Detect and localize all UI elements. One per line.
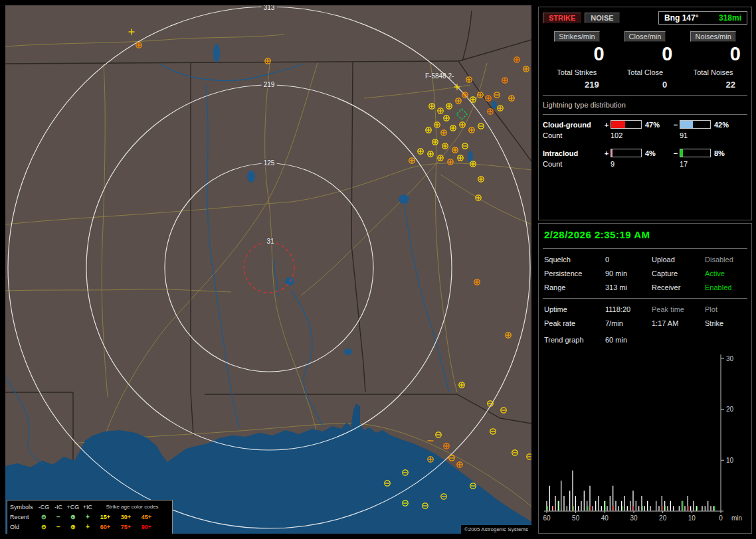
legend-age-header: Strike age color codes: [95, 504, 169, 510]
strike-mode-button[interactable]: STRIKE: [543, 13, 581, 23]
peak-time-value: 1:17 AM: [652, 319, 705, 327]
cloud-ground-label: Cloud-ground: [543, 121, 603, 129]
recent-neg-cg-icon: ⊖: [37, 513, 51, 520]
mode-header-row: STRIKE NOISE Bng 147° 318mi: [543, 11, 747, 25]
ring-label-31: 31: [264, 238, 276, 245]
svg-text:30: 30: [726, 355, 734, 362]
capture-label: Capture: [652, 270, 705, 277]
legend-header-row: Symbols -CG -IC +CG +IC Strike age color…: [10, 502, 169, 512]
recent-pos-ic-icon: +: [80, 513, 95, 520]
range-label: Range: [544, 283, 605, 291]
uptime-value: 1118:20: [605, 305, 652, 313]
total-noises-label: Total Noises: [679, 68, 747, 76]
squelch-value: 0: [605, 256, 652, 264]
cg-minus-percent: 42%: [714, 121, 741, 129]
noise-mode-button[interactable]: NOISE: [585, 13, 619, 23]
receiver-status: Enabled: [705, 283, 749, 291]
capture-status: Active: [705, 270, 749, 277]
control-panel: STRIKE NOISE Bng 147° 318mi Strikes/min …: [538, 5, 752, 534]
divider: [543, 114, 747, 115]
strikes-per-min-value: 0: [543, 44, 611, 64]
status-box: 2/28/2026 2:35:19 AM Squelch 0 Upload Di…: [538, 223, 752, 534]
total-close-label: Total Close: [611, 68, 680, 76]
svg-text:0: 0: [719, 514, 723, 522]
upload-status: Disabled: [705, 256, 749, 264]
noises-per-min-counter: Noises/min 0: [679, 31, 747, 64]
peak-rate-label: Peak rate: [544, 319, 605, 327]
storm-cell-label: F-5848 2-: [425, 72, 454, 80]
divider: [543, 248, 747, 249]
ic-minus-bar: [680, 149, 711, 157]
recent-pos-cg-icon: ⊕: [66, 513, 80, 520]
ic-plus-count: 9: [611, 160, 672, 168]
ic-minus-percent: 8%: [714, 149, 741, 157]
bearing-range: 318mi: [719, 13, 741, 23]
legend-col-neg-cg: -CG: [37, 504, 51, 510]
ring-label-125: 125: [262, 159, 277, 167]
cg-plus-bar: [611, 120, 642, 129]
legend-col-pos-ic: +IC: [80, 504, 95, 510]
status-grid: Uptime 1118:20 Peak time Plot Peak rate …: [543, 304, 747, 329]
legend-old-row: Old ⊖ − ⊕ + 60+ 75+ 90+: [10, 522, 169, 532]
close-per-min-button[interactable]: Close/min: [624, 31, 666, 42]
plot-label: Plot: [705, 305, 749, 313]
strikes-per-min-button[interactable]: Strikes/min: [554, 31, 599, 42]
legend-recent-row: Recent ⊖ − ⊕ + 15+ 30+ 45+: [10, 512, 169, 522]
settings-grid: Squelch 0 Upload Disabled Persistence 90…: [543, 254, 747, 293]
ic-plus-percent: 4%: [645, 149, 672, 157]
svg-text:min: min: [731, 514, 742, 522]
trend-graph-window: 60 min: [605, 336, 652, 344]
old-pos-ic-icon: +: [80, 523, 95, 530]
age-code-75: 75+: [116, 524, 136, 530]
uptime-label: Uptime: [544, 305, 605, 313]
cg-minus-count: 91: [680, 131, 741, 139]
bearing-label: Bng 147°: [664, 13, 698, 23]
copyright-notice: ©2005 Astrogenic Systems: [461, 525, 531, 534]
age-code-15: 15+: [95, 514, 116, 520]
intracloud-label: Intracloud: [543, 149, 603, 157]
ic-count-label: Count: [543, 160, 603, 168]
svg-text:60: 60: [543, 514, 551, 522]
trend-graph: 1020306050403020100min: [543, 352, 749, 523]
cg-count-label: Count: [543, 131, 603, 139]
age-code-90: 90+: [136, 524, 157, 530]
old-neg-ic-icon: −: [51, 523, 66, 530]
bearing-display: Bng 147° 318mi: [658, 11, 747, 25]
cg-plus-percent: 47%: [645, 121, 672, 129]
noises-per-min-value: 0: [679, 44, 747, 64]
total-close-value: 0: [611, 80, 680, 90]
ic-plus-bar: [611, 149, 642, 157]
legend-old-label: Old: [10, 524, 37, 530]
total-noises: Total Noises 22: [679, 68, 747, 90]
total-strikes-value: 219: [543, 80, 611, 90]
legend-symbols-header: Symbols: [10, 504, 37, 510]
receiver-label: Receiver: [652, 283, 705, 291]
total-strikes-label: Total Strikes: [543, 68, 611, 76]
lightning-map[interactable]: 313 219 125 31 F-5848 2- Symbols -CG -IC…: [5, 5, 531, 534]
app-window: 313 219 125 31 F-5848 2- Symbols -CG -IC…: [0, 0, 756, 539]
peak-plot-value: Strike: [705, 319, 749, 327]
svg-text:40: 40: [601, 514, 609, 522]
distribution-title: Lightning type distribution: [543, 101, 747, 109]
plus-sign: +: [603, 149, 611, 157]
upload-label: Upload: [652, 256, 705, 264]
svg-text:20: 20: [659, 514, 667, 522]
peak-time-label: Peak time: [652, 305, 705, 313]
svg-text:10: 10: [726, 457, 734, 464]
noises-per-min-button[interactable]: Noises/min: [690, 31, 735, 42]
age-code-45: 45+: [136, 514, 157, 520]
intracloud-count-row: Count 9 17: [543, 160, 747, 168]
legend-col-neg-ic: -IC: [51, 504, 66, 510]
squelch-label: Squelch: [544, 256, 605, 264]
plus-sign: +: [603, 121, 611, 129]
ic-minus-count: 17: [680, 160, 741, 168]
cloud-ground-count-row: Count 102 91: [543, 131, 747, 139]
minus-sign: −: [672, 149, 680, 157]
old-pos-cg-icon: ⊕: [66, 523, 80, 530]
ring-label-219: 219: [262, 81, 277, 88]
totals-row: Total Strikes 219 Total Close 0 Total No…: [543, 68, 747, 90]
divider: [543, 298, 747, 299]
cg-plus-count: 102: [611, 131, 672, 139]
cg-minus-bar: [680, 120, 711, 129]
trend-graph-row: Trend graph 60 min: [543, 335, 747, 345]
